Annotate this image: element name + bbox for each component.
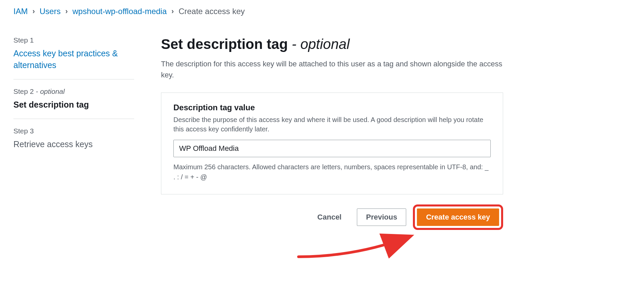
field-helper: Describe the purpose of this access key …	[173, 115, 491, 134]
breadcrumb-link-users[interactable]: Users	[40, 7, 61, 16]
step-number: Step 1	[13, 36, 34, 44]
page-title: Set description tag - optional	[161, 36, 503, 52]
step-number: Step 3	[13, 127, 34, 135]
step-title[interactable]: Access key best practices & alternatives	[13, 48, 134, 71]
breadcrumb-current: Create access key	[178, 7, 245, 16]
description-tag-input[interactable]	[173, 140, 491, 157]
field-label: Description tag value	[173, 103, 491, 112]
annotation-arrow	[161, 233, 503, 260]
page-layout: Step 1 Access key best practices & alter…	[13, 36, 631, 260]
page-title-text: Set description tag	[161, 36, 292, 52]
breadcrumb: IAM › Users › wpshout-wp-offload-media ›…	[13, 7, 631, 16]
step-title: Set description tag	[13, 99, 134, 111]
wizard-step-1[interactable]: Step 1 Access key best practices & alter…	[13, 36, 134, 79]
chevron-right-icon: ›	[65, 7, 68, 16]
step-number: Step 2	[13, 87, 34, 95]
wizard-step-3: Step 3 Retrieve access keys	[13, 127, 134, 158]
step-label: Step 3	[13, 127, 134, 135]
breadcrumb-link-iam[interactable]: IAM	[13, 7, 28, 16]
step-label: Step 2 - optional	[13, 87, 134, 96]
breadcrumb-link-user[interactable]: wpshout-wp-offload-media	[72, 7, 167, 16]
wizard-step-2: Step 2 - optional Set description tag	[13, 87, 134, 119]
step-optional: - optional	[34, 87, 65, 95]
annotation-highlight: Create access key	[413, 204, 503, 230]
page-description: The description for this access key will…	[161, 58, 503, 80]
create-access-key-button[interactable]: Create access key	[417, 208, 499, 226]
description-tag-form: Description tag value Describe the purpo…	[161, 93, 503, 194]
field-constraints: Maximum 256 characters. Allowed characte…	[173, 162, 491, 182]
chevron-right-icon: ›	[171, 7, 174, 16]
previous-button[interactable]: Previous	[357, 208, 406, 226]
wizard-steps: Step 1 Access key best practices & alter…	[13, 36, 134, 260]
chevron-right-icon: ›	[33, 7, 35, 16]
cancel-button[interactable]: Cancel	[309, 209, 350, 226]
page-title-optional: - optional	[292, 36, 350, 52]
step-title: Retrieve access keys	[13, 138, 134, 150]
main-content: Set description tag - optional The descr…	[161, 36, 503, 260]
wizard-actions: Cancel Previous Create access key	[161, 204, 503, 230]
step-label: Step 1	[13, 36, 134, 44]
